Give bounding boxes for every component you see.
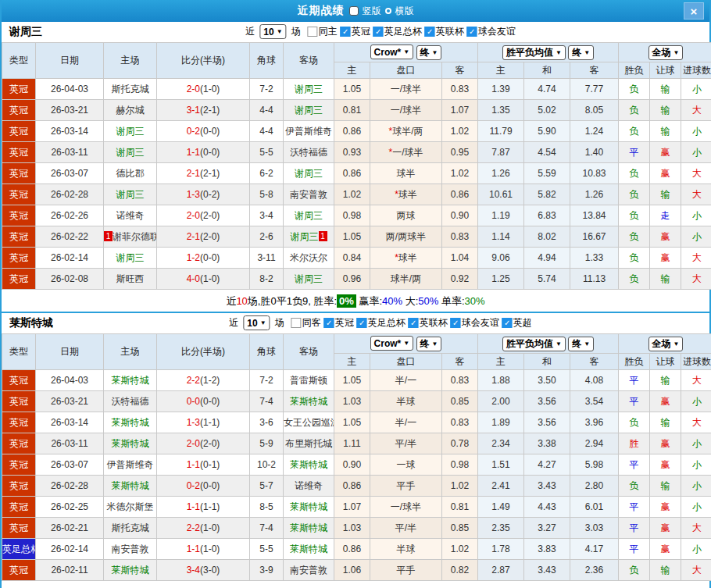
league-filter[interactable]: ✓英冠 <box>341 25 370 38</box>
col-home: 主场 <box>104 334 157 370</box>
score-cell: 0-2(0-0) <box>157 476 250 497</box>
result-cell: 平 <box>619 370 650 391</box>
handicap-cell: *球半 <box>370 184 442 205</box>
score-cell: 4-0(1-0) <box>157 269 250 290</box>
date-cell: 26-02-22 <box>36 226 104 248</box>
odds-away-cell: 0.98 <box>442 454 478 476</box>
sections-container: 谢周三近10▼场同主✓英冠✓英足总杯✓英联杯✓球会友谊类型日期主场比分(半场)角… <box>2 22 709 581</box>
handicap-result-cell: 输 <box>650 476 681 497</box>
home-team: 德比郡 <box>104 163 157 184</box>
col-avg-draw: 和 <box>524 354 570 370</box>
near-label: 近 <box>245 25 255 38</box>
score-cell: 1-1(1-1) <box>157 497 250 518</box>
goals-cell: 小 <box>681 205 711 226</box>
close-button[interactable]: × <box>684 2 704 20</box>
avg-away-cell: 8.05 <box>570 100 619 121</box>
final-odds-select[interactable]: 终▼ <box>416 337 442 351</box>
col-result: 胜负 <box>619 62 650 79</box>
odds-home-cell: 1.07 <box>334 497 370 518</box>
league-filter[interactable]: ✓球会友谊 <box>467 25 516 38</box>
final-wdl-select[interactable]: 终▼ <box>568 45 594 60</box>
league-filter[interactable]: ✓英联杯 <box>425 25 464 38</box>
checked-checkbox-icon[interactable]: ✓ <box>324 318 334 328</box>
league-filter[interactable]: ✓英联杯 <box>409 316 448 330</box>
date-cell: 26-03-14 <box>36 412 104 433</box>
team-link: 莱斯特城 <box>112 438 149 449</box>
unchecked-checkbox-icon[interactable] <box>308 27 318 37</box>
avg-away-cell: 6.01 <box>570 497 619 518</box>
radio-selected-icon[interactable] <box>349 6 359 16</box>
away-team: 莱斯特城 <box>284 391 334 412</box>
corners-cell: 6-2 <box>250 163 284 184</box>
table-row: 英冠26-02-25米德尔斯堡1-1(1-1)8-5莱斯特城1.07一/球半0.… <box>2 497 711 518</box>
wdl-avg-select[interactable]: 胜平负均值▼ <box>502 337 566 351</box>
recent-count-select[interactable]: 10▼ <box>259 24 286 39</box>
home-team: 莱斯特城 <box>104 433 157 454</box>
same-venue-filter[interactable]: 同客 <box>291 316 321 330</box>
wdl-avg-select[interactable]: 胜平负均值▼ <box>502 45 566 60</box>
checked-checkbox-icon[interactable]: ✓ <box>341 27 351 37</box>
team-link: 莱斯特城 <box>290 459 327 470</box>
league-filter[interactable]: ✓球会友谊 <box>451 316 499 330</box>
layout-radio-group: 竖版 横版 <box>349 5 414 18</box>
league-filter[interactable]: ✓英足总杯 <box>373 25 422 38</box>
league-cell: 英冠 <box>2 269 36 290</box>
wdl-group-header: 胜平负均值▼ 终▼ <box>478 43 619 62</box>
same-venue-filter[interactable]: 同主 <box>308 25 338 38</box>
fulltime-select[interactable]: 全场▼ <box>648 45 684 60</box>
avg-home-cell: 1.14 <box>478 226 524 248</box>
handicap-cell: 球半 <box>370 163 442 184</box>
date-cell: 26-02-14 <box>36 248 104 269</box>
odds-away-cell: 0.83 <box>442 370 478 391</box>
final-odds-select[interactable]: 终▼ <box>416 45 442 60</box>
checked-checkbox-icon[interactable]: ✓ <box>502 318 513 328</box>
bookmaker-select[interactable]: Crow*▼ <box>370 45 414 59</box>
corners-cell: 7-2 <box>250 370 284 391</box>
checked-checkbox-icon[interactable]: ✓ <box>357 318 367 328</box>
team-link: 谢周三 <box>295 84 323 94</box>
checked-checkbox-icon[interactable]: ✓ <box>373 27 384 37</box>
corners-cell: 3-9 <box>250 560 284 581</box>
table-row: 英冠26-03-07德比郡2-1(2-1)6-2谢周三0.86球半1.021.2… <box>2 163 711 184</box>
away-team: 谢周三 <box>284 79 334 100</box>
goals-cell: 大 <box>681 100 711 121</box>
checked-checkbox-icon[interactable]: ✓ <box>467 27 477 37</box>
avg-away-cell: 5.98 <box>570 454 619 476</box>
league-filter-label: 英联杯 <box>436 25 464 38</box>
team-link: 沃特福德 <box>112 396 149 407</box>
bookmaker-select[interactable]: Crow*▼ <box>370 336 414 351</box>
col-odds-away: 客 <box>442 354 478 370</box>
team-link: 谢周三 <box>116 147 145 158</box>
recent-count-select[interactable]: 10▼ <box>243 315 270 330</box>
league-filter[interactable]: ✓英冠 <box>324 316 354 330</box>
date-cell: 26-02-08 <box>36 269 104 290</box>
team-link: 米尔沃尔 <box>290 252 327 263</box>
col-type: 类型 <box>2 334 36 370</box>
team-link: 莱斯特城 <box>290 543 327 554</box>
avg-away-cell: 1.24 <box>570 121 619 142</box>
radio-vertical-label[interactable]: 竖版 <box>363 5 381 18</box>
team-link: 莱斯特城 <box>112 480 149 491</box>
league-filter[interactable]: ✓英超 <box>502 316 532 330</box>
fulltime-select[interactable]: 全场▼ <box>648 337 684 351</box>
score-cell: 2-0(1-0) <box>157 79 250 100</box>
away-team: 谢周三 <box>284 100 334 121</box>
checked-checkbox-icon[interactable]: ✓ <box>451 318 461 328</box>
unchecked-checkbox-icon[interactable] <box>291 318 302 328</box>
final-wdl-select[interactable]: 终▼ <box>568 337 594 351</box>
avg-home-cell: 2.87 <box>478 560 524 581</box>
corners-cell: 2-6 <box>250 226 284 248</box>
odds-away-cell: 0.78 <box>442 433 478 454</box>
team-link: 莱斯特城 <box>290 522 327 533</box>
date-cell: 26-04-03 <box>36 370 104 391</box>
radio-horizontal-label[interactable]: 横版 <box>395 5 414 18</box>
result-cell: 负 <box>619 560 650 581</box>
radio-unselected-icon[interactable] <box>385 8 391 14</box>
table-row: 英冠26-02-11莱斯特城3-4(3-0)3-9南安普敦1.06平手0.822… <box>2 560 711 581</box>
corners-cell: 3-6 <box>250 412 284 433</box>
avg-home-cell: 2.34 <box>478 433 524 454</box>
league-filter[interactable]: ✓英足总杯 <box>357 316 406 330</box>
checked-checkbox-icon[interactable]: ✓ <box>409 318 419 328</box>
corners-cell: 4-4 <box>250 100 284 121</box>
checked-checkbox-icon[interactable]: ✓ <box>425 27 435 37</box>
